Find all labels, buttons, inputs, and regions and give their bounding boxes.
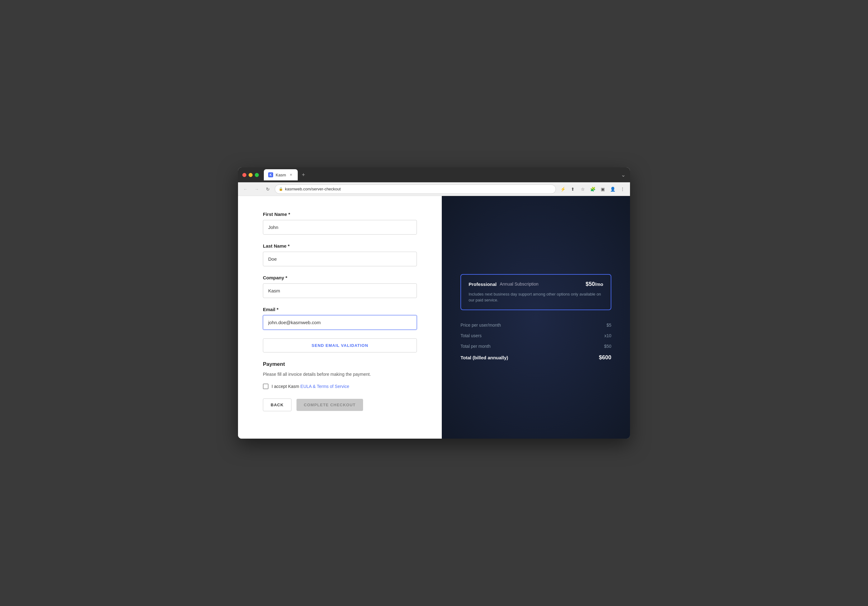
company-input[interactable] [263,284,417,298]
sidebar-icon[interactable]: ▣ [598,185,607,194]
main-content: First Name * Last Name * Company * Email… [238,196,630,439]
address-bar-actions: ⚡ ⬆ ☆ 🧩 ▣ 👤 ⋮ [558,185,627,194]
plan-card-header: Professional Annual Subscription $50/mo [468,281,603,287]
plan-description: Includes next business day support among… [468,291,603,303]
plan-price: $50/mo [586,281,603,287]
active-tab[interactable]: K Kasm × [264,169,298,180]
first-name-input[interactable] [263,220,417,234]
send-email-validation-button[interactable]: SEND EMAIL VALIDATION [263,338,417,352]
total-billed: (billed annually) [473,355,508,360]
bookmark-icon[interactable]: ☆ [578,185,587,194]
company-group: Company * [263,275,417,298]
forward-button[interactable]: → [252,185,261,194]
profile-icon[interactable]: 👤 [608,185,617,194]
accept-terms-label: I accept Kasm EULA & Terms of Service [271,384,349,389]
accept-terms-checkbox[interactable] [263,384,268,389]
minimize-window-button[interactable] [249,173,253,177]
payment-section: Payment Please fill all invoice details … [263,361,417,411]
share-icon[interactable]: ⬆ [569,185,577,194]
complete-checkout-button[interactable]: COMPLETE CHECKOUT [296,399,363,411]
close-window-button[interactable] [242,173,246,177]
plan-card: Professional Annual Subscription $50/mo … [460,274,611,310]
accept-terms-row: I accept Kasm EULA & Terms of Service [263,384,417,389]
total-label: Total (billed annually) [460,355,508,360]
order-summary-panel: Professional Annual Subscription $50/mo … [442,196,630,439]
price-breakdown: Price per user/month $5 Total users x10 … [460,322,611,361]
extension-icon[interactable]: ⚡ [558,185,567,194]
maximize-window-button[interactable] [255,173,259,177]
last-name-input[interactable] [263,252,417,266]
browser-window: K Kasm × + ⌄ ← → ↻ 🔒 kasmweb.com/server-… [238,167,630,439]
total-row: Total (billed annually) $600 [460,354,611,361]
puzzle-icon[interactable]: 🧩 [588,185,597,194]
tab-favicon: K [268,172,273,177]
back-button[interactable]: ← [241,185,250,194]
traffic-lights [242,173,259,177]
checkout-form-panel: First Name * Last Name * Company * Email… [238,196,442,439]
tab-close-button[interactable]: × [288,172,293,177]
first-name-group: First Name * [263,212,417,234]
total-users-label: Total users [460,333,482,338]
new-tab-button[interactable]: + [299,170,308,179]
plan-name: Professional [468,282,496,287]
company-label: Company * [263,275,417,280]
price-per-user-value: $5 [606,322,611,328]
menu-icon[interactable]: ⋮ [618,185,627,194]
payment-section-title: Payment [263,361,417,367]
tab-bar: K Kasm × + [264,169,618,180]
email-label: Email * [263,307,417,312]
url-text: kasmweb.com/server-checkout [285,187,341,191]
total-users-value: x10 [604,333,611,338]
payment-note: Please fill all invoice details before m… [263,372,417,377]
refresh-button[interactable]: ↻ [264,185,272,194]
total-per-month-row: Total per month $50 [460,344,611,349]
action-buttons: BACK COMPLETE CHECKOUT [263,398,417,411]
last-name-group: Last Name * [263,243,417,266]
last-name-label: Last Name * [263,243,417,248]
plan-type: Annual Subscription [500,282,539,287]
price-per-user-row: Price per user/month $5 [460,322,611,328]
title-bar: K Kasm × + ⌄ [238,167,630,182]
eula-terms-link[interactable]: EULA & Terms of Service [301,384,349,389]
back-button[interactable]: BACK [263,398,291,411]
lock-icon: 🔒 [279,187,283,191]
total-users-row: Total users x10 [460,333,611,338]
window-chevron-icon[interactable]: ⌄ [621,171,626,178]
send-validation-group: SEND EMAIL VALIDATION [263,338,417,352]
plan-card-header-left: Professional Annual Subscription [468,282,542,287]
total-value: $600 [599,354,611,361]
price-per-user-label: Price per user/month [460,322,501,328]
email-group: Email * [263,307,417,330]
total-per-month-value: $50 [604,344,611,349]
url-bar[interactable]: 🔒 kasmweb.com/server-checkout [275,184,556,194]
email-input[interactable] [263,315,417,330]
address-bar: ← → ↻ 🔒 kasmweb.com/server-checkout ⚡ ⬆ … [238,182,630,196]
first-name-label: First Name * [263,212,417,217]
tab-title: Kasm [276,173,286,177]
total-per-month-label: Total per month [460,344,491,349]
